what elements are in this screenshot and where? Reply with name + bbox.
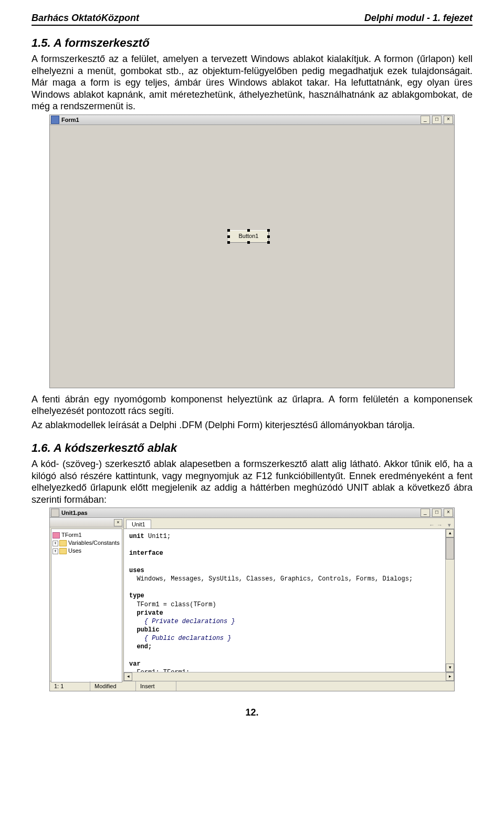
button1-component[interactable]: Button1 (228, 230, 269, 243)
tree-item-variables[interactable]: +Variables/Constants (52, 539, 121, 547)
unit1-titlebar[interactable]: Unit1.pas _ □ × (50, 508, 454, 518)
minimize-button[interactable]: _ (421, 509, 430, 517)
folder-icon (59, 548, 67, 554)
expand-icon[interactable]: + (52, 541, 58, 546)
horizontal-scrollbar[interactable]: ◂ ▸ (124, 672, 454, 681)
maximize-button[interactable]: □ (432, 116, 442, 124)
status-cursor-pos: 1: 1 (50, 681, 90, 691)
code-editor[interactable]: unit Unit1; interface uses Windows, Mess… (124, 529, 445, 672)
form1-window: Form1 _ □ × Button1 (49, 115, 455, 388)
scroll-thumb[interactable] (446, 537, 454, 560)
code-explorer-tree[interactable]: TForm1 +Variables/Constants +Uses (51, 529, 122, 682)
code-editor-figure: Unit1.pas _ □ × × TForm1 (32, 507, 472, 691)
code-explorer-titlebar: × (50, 519, 123, 527)
status-modified: Modified (90, 681, 136, 691)
button1-label: Button1 (239, 233, 259, 239)
unit1-window: Unit1.pas _ □ × × TForm1 (49, 507, 455, 691)
page-number: 12. (32, 707, 472, 718)
unit1-title: Unit1.pas (61, 510, 420, 516)
after-form-para2: Az ablakmodellek leírását a Delphi .DFM … (32, 419, 472, 431)
status-mode: Insert (136, 681, 176, 691)
expand-icon[interactable]: + (52, 548, 58, 554)
class-icon (52, 532, 60, 538)
close-button[interactable]: × (444, 509, 453, 517)
page-header: Barhács OktatóKözpont Delphi modul - 1. … (32, 13, 472, 26)
header-right: Delphi modul - 1. fejezet (364, 13, 472, 24)
scroll-up-icon[interactable]: ▴ (446, 529, 454, 537)
scroll-right-icon[interactable]: ▸ (446, 672, 454, 681)
vertical-scrollbar[interactable]: ▴ ▾ (445, 529, 454, 672)
maximize-button[interactable]: □ (432, 509, 442, 517)
form-icon (51, 116, 59, 124)
folder-icon (59, 540, 67, 546)
header-left: Barhács OktatóKözpont (32, 13, 139, 24)
form1-title: Form1 (61, 117, 420, 123)
section-1-6-para: A kód- (szöveg-) szerkesztő ablak alapes… (32, 458, 472, 505)
pane-close-button[interactable]: × (114, 519, 122, 526)
form-designer-figure: Form1 _ □ × Button1 (32, 115, 472, 388)
tab-unit1[interactable]: Unit1 (126, 520, 151, 529)
code-explorer-pane[interactable]: × TForm1 +Variables/Constants +Uses (50, 518, 124, 681)
editor-statusbar: 1: 1 Modified Insert (50, 681, 454, 691)
form1-client-area[interactable]: Button1 (50, 125, 454, 388)
editor-area: Unit1 ← → ▾ unit Unit1; interface uses W… (124, 518, 454, 681)
section-1-6-title: 1.6. A kódszerkesztő ablak (32, 441, 472, 455)
tree-item-tform1[interactable]: TForm1 (52, 531, 121, 539)
section-1-5-title: 1.5. A formszerkesztő (32, 36, 472, 50)
editor-tabbar: Unit1 ← → ▾ (124, 518, 454, 529)
close-button[interactable]: × (444, 116, 453, 124)
tab-nav-left-icon[interactable]: ← (429, 522, 435, 529)
scroll-left-icon[interactable]: ◂ (124, 672, 132, 681)
after-form-para1: A fenti ábrán egy nyomógomb komponenst h… (32, 393, 472, 417)
tree-item-uses[interactable]: +Uses (52, 547, 121, 555)
section-1-5-para: A formszerkesztő az a felület, amelyen a… (32, 53, 472, 112)
tab-nav-right-icon[interactable]: → (437, 522, 443, 529)
minimize-button[interactable]: _ (421, 116, 430, 124)
form1-titlebar[interactable]: Form1 _ □ × (50, 115, 454, 125)
scroll-down-icon[interactable]: ▾ (446, 664, 454, 672)
editor-icon (51, 509, 59, 517)
